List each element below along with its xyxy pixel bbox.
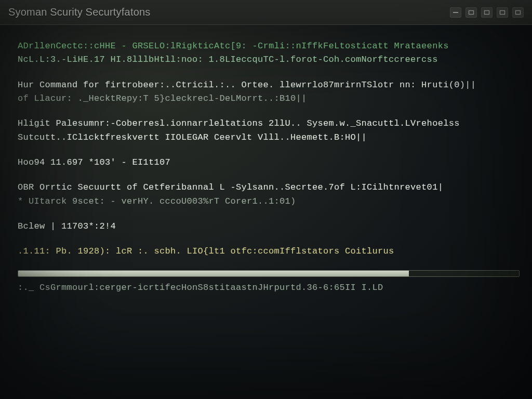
svg-rect-4 [516, 10, 521, 14]
output-line: .1.11: Pb. 1928): lcR :. scbh. LIO{lt1 o… [18, 245, 520, 258]
output-block: Bclew | 11703*:2!4 [18, 220, 520, 233]
output-block: .1.11: Pb. 1928): lcR :. scbh. LIO{lt1 o… [18, 245, 520, 258]
output-line: OBR Orrtic Secuurtt of Cetferibannal L -… [18, 181, 520, 194]
output-block: ADrllenCectc::cHHE - GRSELO:lRigkticAtc[… [18, 39, 520, 67]
window-button-4[interactable] [497, 7, 508, 18]
svg-rect-0 [453, 12, 458, 13]
window-button-3[interactable] [481, 7, 493, 18]
progress-bar [18, 270, 520, 277]
footer-line: :._ CsGrmmourl:cerger-icrtifecHonS8stita… [18, 281, 520, 295]
output-line: * UItarck 9scet: - verHY. cccoU003%rT Co… [18, 195, 520, 208]
window-button-2[interactable] [466, 7, 477, 18]
output-line: Hur Command for firtrobeer:..Ctricil.:..… [18, 78, 520, 92]
window-button-5[interactable] [512, 7, 524, 18]
output-block: Hur Command for firtrobeer:..Ctricil.:..… [18, 78, 520, 106]
terminal-output: ADrllenCectc::cHHE - GRSELO:lRigkticAtc[… [0, 25, 532, 301]
progress-bar-fill [18, 271, 409, 276]
output-line: Hligit Palesumnr:-Coberresl.ionnarrlelta… [18, 117, 520, 130]
output-line: of Llacur: ._HecktRepy:T 5}cleckrecl-DeL… [18, 92, 520, 105]
output-line: Bclew | 11703*:2!4 [18, 220, 520, 233]
output-block: OBR Orrtic Secuurtt of Cetferibannal L -… [18, 181, 520, 208]
progress-bar-container [18, 270, 520, 277]
window-button-1[interactable] [450, 7, 461, 18]
output-block: Hligit Palesumnr:-Coberresl.ionnarrlelta… [18, 117, 520, 144]
titlebar: Syoman Scurity Securtyfatons [0, 0, 532, 25]
output-block: Hoo94 11.697 *103' - EI1t107 [18, 156, 520, 169]
svg-rect-1 [469, 10, 474, 14]
window-title: Syoman Scurity Securtyfatons [8, 6, 446, 18]
output-line: NcL.L:3.-LiHE.17 HI.8lllbHtll:noo: 1.8LI… [18, 53, 520, 66]
output-line: Sutcutt..ICl1cktfreskvertt IIOLEGAR Ceer… [18, 131, 520, 144]
output-line: ADrllenCectc::cHHE - GRSELO:lRigkticAtc[… [18, 39, 520, 53]
svg-rect-3 [500, 10, 505, 14]
output-line: Hoo94 11.697 *103' - EI1t107 [18, 156, 520, 169]
svg-rect-2 [485, 10, 489, 14]
